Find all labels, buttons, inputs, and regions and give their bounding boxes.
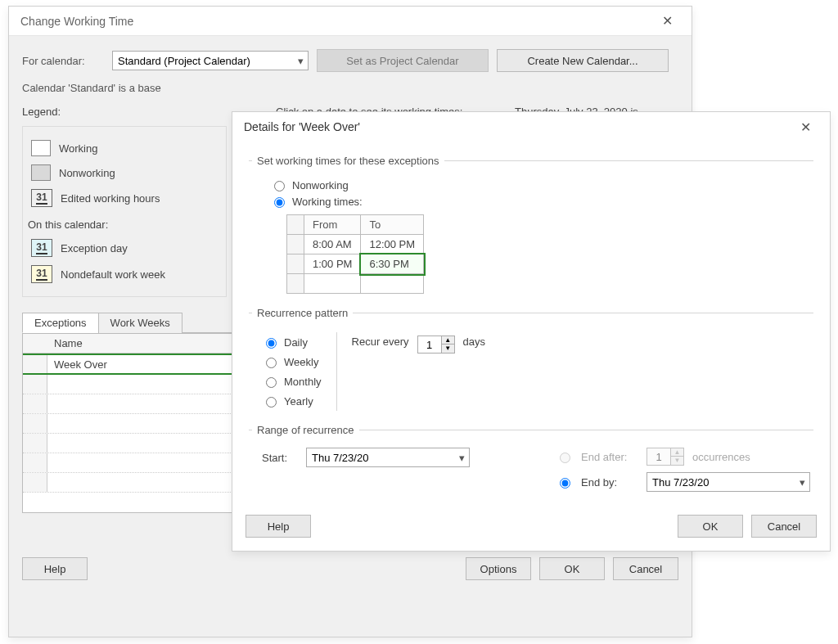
recurrence-pattern-label: Recurrence pattern <box>252 307 353 319</box>
radio-working-times[interactable] <box>274 197 285 208</box>
calendar-day-icon: 31 <box>31 239 52 257</box>
radio-daily[interactable] <box>266 338 277 349</box>
radio-end-by[interactable] <box>560 478 570 489</box>
start-label: Start: <box>262 452 298 464</box>
tab-work-weeks[interactable]: Work Weeks <box>98 313 182 333</box>
time-cell-selected[interactable]: 6:30 PM <box>361 254 424 274</box>
legend-working: Working <box>31 140 223 156</box>
dialog-title: Change Working Time <box>20 15 651 28</box>
radio-yearly[interactable] <box>266 397 277 408</box>
details-dialog: Details for 'Week Over' ✕ Set working ti… <box>232 111 831 552</box>
radio-end-after <box>560 453 570 463</box>
cancel-button[interactable]: Cancel <box>613 557 678 580</box>
recur-count-spinner[interactable]: ▲ ▼ <box>417 336 455 354</box>
help-button[interactable]: Help <box>22 557 88 580</box>
end-after-count-input <box>647 448 670 465</box>
calendar-base-text: Calendar 'Standard' is a base <box>22 82 678 94</box>
spinner-up-icon[interactable]: ▲ <box>441 336 454 345</box>
legend-nondefault-week: 31 Nondefault work week <box>31 265 223 283</box>
working-times-table[interactable]: From To 8:00 AM 12:00 PM 1:00 PM 6:30 PM <box>286 214 424 294</box>
for-calendar-select[interactable]: ▾ <box>112 51 309 70</box>
end-after-label: End after: <box>581 451 638 463</box>
create-new-calendar-button[interactable]: Create New Calendar... <box>497 49 669 72</box>
for-calendar-value[interactable] <box>112 51 309 70</box>
set-working-times-label: Set working times for these exceptions <box>252 155 444 167</box>
options-button[interactable]: Options <box>466 557 531 580</box>
set-as-project-calendar-button[interactable]: Set as Project Calendar <box>317 49 489 72</box>
on-this-calendar-label: On this calendar: <box>28 218 223 231</box>
end-by-date-select[interactable]: ▾ <box>647 472 810 492</box>
help-button[interactable]: Help <box>246 515 311 538</box>
column-from: From <box>304 215 361 235</box>
radio-monthly[interactable] <box>266 377 277 388</box>
spinner-up-icon: ▲ <box>670 448 683 457</box>
range-of-recurrence-label: Range of recurrence <box>252 424 359 436</box>
spinner-down-icon[interactable]: ▼ <box>441 345 454 353</box>
for-calendar-label: For calendar: <box>22 55 104 67</box>
recur-count-input[interactable] <box>418 336 441 353</box>
calendar-day-icon: 31 <box>31 189 52 207</box>
legend-exception-day: 31 Exception day <box>31 239 223 257</box>
close-icon[interactable]: ✕ <box>651 7 683 36</box>
end-by-date-value[interactable] <box>647 472 810 492</box>
time-row[interactable]: 1:00 PM 6:30 PM <box>287 254 424 274</box>
tab-exceptions[interactable]: Exceptions <box>22 313 99 333</box>
cancel-button[interactable]: Cancel <box>751 515 817 538</box>
legend-nonworking: Nonworking <box>31 164 223 181</box>
start-date-value[interactable] <box>306 448 470 467</box>
radio-weekly[interactable] <box>266 358 277 368</box>
start-date-select[interactable]: ▾ <box>306 448 470 467</box>
calendar-day-icon: 31 <box>31 265 52 283</box>
ok-button[interactable]: OK <box>539 557 605 580</box>
legend-label: Legend: <box>22 106 227 118</box>
titlebar: Change Working Time ✕ <box>9 7 692 36</box>
spinner-down-icon: ▼ <box>670 457 683 465</box>
ok-button[interactable]: OK <box>678 515 743 538</box>
time-row[interactable]: 8:00 AM 12:00 PM <box>287 235 424 254</box>
occurrences-label: occurrences <box>692 451 750 463</box>
column-to: To <box>361 215 424 235</box>
details-dialog-title: Details for 'Week Over' <box>244 120 789 133</box>
recur-every-label: Recur every <box>352 336 409 348</box>
time-row[interactable] <box>287 274 424 294</box>
end-after-count-spinner: ▲ ▼ <box>647 448 684 466</box>
close-icon[interactable]: ✕ <box>789 112 822 142</box>
recur-unit-label: days <box>463 336 485 348</box>
radio-nonworking[interactable] <box>274 181 285 191</box>
end-by-label: End by: <box>581 476 638 489</box>
legend-edited-hours: 31 Edited working hours <box>31 189 223 207</box>
